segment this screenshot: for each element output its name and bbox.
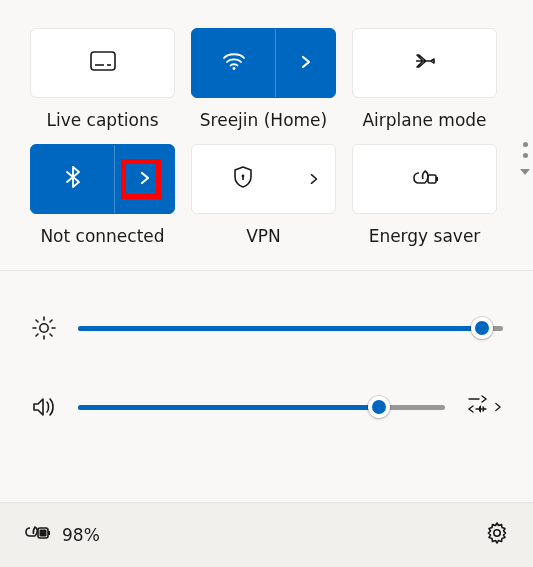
svg-rect-22	[40, 530, 47, 537]
svg-point-4	[241, 175, 244, 178]
vpn-toggle[interactable]	[192, 165, 293, 193]
volume-icon	[30, 396, 58, 418]
caret-down-icon	[519, 168, 531, 176]
brightness-slider[interactable]	[78, 318, 503, 338]
bluetooth-toggle[interactable]	[31, 165, 114, 193]
battery-icon	[24, 524, 52, 546]
slider-thumb[interactable]	[368, 396, 390, 418]
chevron-right-icon	[138, 170, 152, 189]
tile-group-bluetooth: Not connected	[30, 144, 175, 246]
volume-row	[30, 395, 503, 419]
tile-group-energy: Energy saver	[352, 144, 497, 246]
bluetooth-label: Not connected	[40, 226, 164, 246]
brightness-icon	[30, 315, 58, 341]
energy-tile[interactable]	[352, 144, 497, 214]
slider-thumb[interactable]	[471, 317, 493, 339]
live-captions-label: Live captions	[46, 110, 158, 130]
battery-status[interactable]: 98%	[24, 524, 100, 546]
panel-edge-handle[interactable]	[519, 142, 531, 176]
vpn-label: VPN	[246, 226, 281, 246]
svg-line-14	[36, 320, 38, 322]
svg-marker-8	[520, 169, 530, 175]
bluetooth-tile[interactable]	[30, 144, 175, 214]
bluetooth-icon	[65, 165, 81, 193]
gear-icon	[485, 530, 509, 549]
slider-fill	[78, 405, 379, 410]
brightness-row	[30, 315, 503, 341]
svg-rect-21	[48, 531, 50, 535]
chevron-right-icon	[493, 398, 503, 417]
dot-icon	[523, 142, 528, 147]
shield-lock-icon	[232, 165, 254, 193]
svg-line-17	[50, 320, 52, 322]
vpn-expand-button[interactable]	[293, 145, 335, 213]
wifi-toggle[interactable]	[192, 51, 275, 75]
wifi-expand-button[interactable]	[275, 29, 335, 97]
vpn-tile[interactable]	[191, 144, 336, 214]
wifi-label: Sreejin (Home)	[200, 110, 327, 130]
chevron-right-icon	[299, 54, 313, 73]
wifi-tile[interactable]	[191, 28, 336, 98]
energy-saver-icon	[411, 167, 439, 191]
tile-group-wifi: Sreejin (Home)	[191, 28, 336, 130]
quick-settings-grid: Live captions	[0, 0, 533, 270]
airplane-icon	[413, 50, 437, 76]
energy-label: Energy saver	[369, 226, 481, 246]
dot-icon	[523, 153, 528, 158]
live-captions-tile[interactable]	[30, 28, 175, 98]
airplane-tile[interactable]	[352, 28, 497, 98]
footer-bar: 98%	[0, 502, 533, 567]
audio-output-button[interactable]	[465, 395, 503, 419]
wifi-icon	[222, 51, 246, 75]
sliders-section	[0, 271, 533, 453]
battery-percent: 98%	[62, 525, 100, 545]
slider-fill	[78, 326, 482, 331]
svg-point-23	[494, 530, 500, 536]
tile-group-airplane: Airplane mode	[352, 28, 497, 130]
audio-output-icon	[465, 395, 489, 419]
svg-rect-7	[436, 177, 438, 181]
airplane-label: Airplane mode	[362, 110, 486, 130]
tile-group-live-captions: Live captions	[30, 28, 175, 130]
bluetooth-expand-button[interactable]	[114, 145, 174, 213]
settings-button[interactable]	[485, 521, 509, 549]
tile-group-vpn: VPN	[191, 144, 336, 246]
svg-point-9	[40, 324, 48, 332]
svg-line-16	[36, 334, 38, 336]
captions-icon	[90, 51, 116, 75]
chevron-right-icon	[308, 170, 320, 189]
svg-rect-0	[91, 52, 115, 70]
svg-rect-6	[428, 175, 436, 183]
svg-point-3	[232, 67, 235, 70]
volume-slider[interactable]	[78, 397, 445, 417]
svg-line-15	[50, 334, 52, 336]
